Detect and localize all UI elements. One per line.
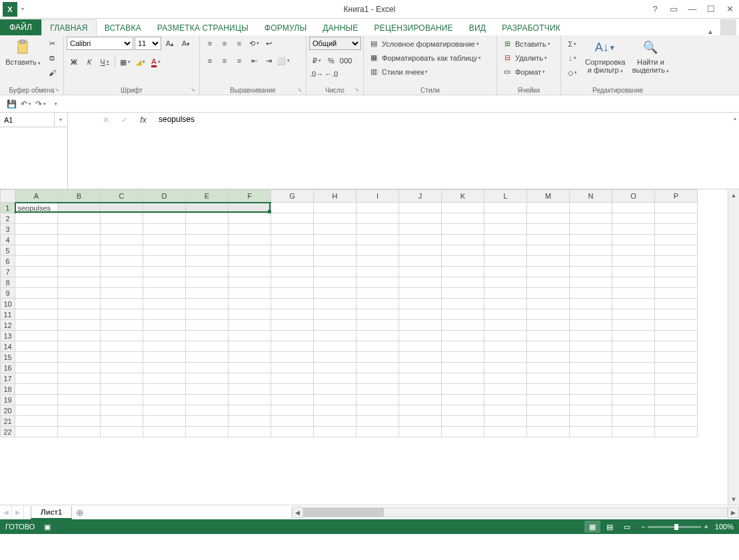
- cell[interactable]: [399, 277, 442, 288]
- cell[interactable]: [399, 309, 442, 320]
- number-launcher-icon[interactable]: ↘: [355, 87, 359, 93]
- cell[interactable]: [442, 363, 484, 373]
- cell[interactable]: [143, 416, 186, 427]
- cell[interactable]: [186, 384, 229, 395]
- cell[interactable]: [357, 309, 399, 320]
- cell[interactable]: [271, 352, 314, 363]
- cell[interactable]: [58, 363, 101, 373]
- cell[interactable]: [612, 267, 655, 277]
- tab-page-layout[interactable]: РАЗМЕТКА СТРАНИЦЫ: [149, 20, 257, 35]
- cell[interactable]: [271, 245, 314, 256]
- fx-button[interactable]: fx: [136, 114, 151, 126]
- cell[interactable]: [271, 277, 314, 288]
- percent-button[interactable]: %: [324, 54, 339, 67]
- cell[interactable]: [612, 405, 655, 416]
- cell[interactable]: [527, 267, 570, 277]
- format-painter-button[interactable]: 🖌: [45, 66, 59, 79]
- row-header[interactable]: 3: [1, 224, 15, 235]
- cell[interactable]: [570, 427, 612, 437]
- cell[interactable]: [229, 363, 271, 373]
- cell[interactable]: [15, 299, 58, 309]
- cell[interactable]: [229, 416, 271, 427]
- align-bottom-button[interactable]: ≡: [232, 37, 247, 50]
- cell[interactable]: [101, 245, 143, 256]
- align-middle-button[interactable]: ≡: [217, 37, 232, 50]
- cell[interactable]: [271, 288, 314, 299]
- row-header[interactable]: 12: [1, 320, 15, 331]
- insert-cells-button[interactable]: ⊞Вставить▾: [500, 37, 552, 51]
- cell[interactable]: [612, 309, 655, 320]
- cell[interactable]: [399, 203, 442, 213]
- cell[interactable]: [143, 267, 186, 277]
- cell[interactable]: [655, 416, 698, 427]
- font-size-select[interactable]: 11: [135, 37, 161, 50]
- cell[interactable]: [442, 288, 484, 299]
- row-header[interactable]: 16: [1, 363, 15, 373]
- cell[interactable]: [527, 213, 570, 224]
- cell[interactable]: [271, 427, 314, 437]
- cell[interactable]: [314, 427, 357, 437]
- minimize-icon[interactable]: —: [683, 0, 702, 18]
- cell[interactable]: [570, 213, 612, 224]
- cell[interactable]: [484, 213, 527, 224]
- cell[interactable]: [399, 395, 442, 405]
- cell[interactable]: [570, 395, 612, 405]
- column-header[interactable]: K: [442, 190, 484, 203]
- cell[interactable]: [101, 384, 143, 395]
- cell[interactable]: [399, 288, 442, 299]
- cell[interactable]: [271, 384, 314, 395]
- cell[interactable]: [612, 203, 655, 213]
- cell[interactable]: [570, 341, 612, 352]
- cell[interactable]: [186, 256, 229, 267]
- cell[interactable]: [271, 341, 314, 352]
- clipboard-launcher-icon[interactable]: ↘: [55, 87, 59, 93]
- align-top-button[interactable]: ≡: [203, 37, 217, 50]
- enter-formula-button[interactable]: ✓: [117, 114, 132, 126]
- cell[interactable]: [570, 320, 612, 331]
- autosum-button[interactable]: Σ▾: [565, 37, 580, 51]
- clear-button[interactable]: ◇▾: [565, 66, 580, 79]
- cell[interactable]: [229, 320, 271, 331]
- cell[interactable]: [399, 299, 442, 309]
- cell[interactable]: [15, 416, 58, 427]
- cell[interactable]: [314, 405, 357, 416]
- cell[interactable]: [229, 405, 271, 416]
- cell[interactable]: [484, 256, 527, 267]
- cell[interactable]: [484, 320, 527, 331]
- cell[interactable]: [101, 299, 143, 309]
- column-header[interactable]: C: [101, 190, 143, 203]
- cell[interactable]: [357, 288, 399, 299]
- cell[interactable]: [186, 341, 229, 352]
- cell[interactable]: [271, 203, 314, 213]
- cell[interactable]: [612, 213, 655, 224]
- cell[interactable]: [229, 288, 271, 299]
- cell[interactable]: [357, 352, 399, 363]
- cell[interactable]: [442, 384, 484, 395]
- cell[interactable]: [357, 320, 399, 331]
- cell[interactable]: [58, 235, 101, 245]
- row-header[interactable]: 5: [1, 245, 15, 256]
- cell[interactable]: [15, 395, 58, 405]
- cell[interactable]: [58, 352, 101, 363]
- view-page-break-button[interactable]: ▭: [619, 521, 635, 533]
- cell[interactable]: [357, 416, 399, 427]
- cell[interactable]: [612, 299, 655, 309]
- cell[interactable]: [357, 213, 399, 224]
- cell[interactable]: [357, 245, 399, 256]
- qat-customize-button[interactable]: ▾: [48, 97, 63, 111]
- column-header[interactable]: J: [399, 190, 442, 203]
- cell[interactable]: [442, 331, 484, 341]
- cell[interactable]: [186, 203, 229, 213]
- cut-button[interactable]: ✂: [45, 37, 59, 51]
- merge-button[interactable]: ⬜▾: [276, 54, 291, 67]
- cell[interactable]: [101, 256, 143, 267]
- save-button[interactable]: 💾: [4, 97, 19, 111]
- cell[interactable]: [655, 288, 698, 299]
- copy-button[interactable]: ⧉: [45, 51, 59, 65]
- cell[interactable]: [58, 427, 101, 437]
- cell[interactable]: [484, 352, 527, 363]
- row-header[interactable]: 7: [1, 267, 15, 277]
- cell[interactable]: [58, 309, 101, 320]
- cell[interactable]: [186, 267, 229, 277]
- cell[interactable]: [655, 299, 698, 309]
